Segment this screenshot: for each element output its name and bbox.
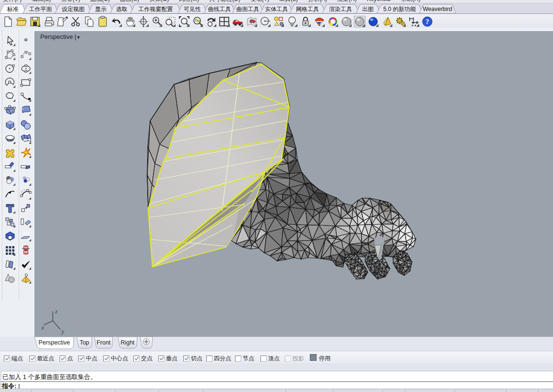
svg-text:5.0 的新功能: 5.0 的新功能 <box>383 6 416 12</box>
svg-text:Top: Top <box>80 339 89 346</box>
svg-text:显示: 显示 <box>95 6 106 12</box>
svg-text:Front: Front <box>96 339 111 346</box>
svg-text:y: y <box>60 328 64 335</box>
svg-text:渲染工具: 渲染工具 <box>329 6 352 12</box>
svg-text:可见性: 可见性 <box>184 6 201 12</box>
svg-text:?: ? <box>425 18 429 25</box>
svg-text:曲线工具: 曲线工具 <box>208 6 231 12</box>
svg-text:Weaverbird: Weaverbird <box>423 6 452 12</box>
svg-text:工作视窗配置: 工作视窗配置 <box>139 6 173 12</box>
svg-text:网格工具: 网格工具 <box>296 6 319 12</box>
svg-text:Right: Right <box>120 339 135 346</box>
svg-text:x: x <box>41 324 44 331</box>
svg-text:选取: 选取 <box>116 6 128 12</box>
svg-text:标准: 标准 <box>7 6 19 12</box>
svg-text:设定视图: 设定视图 <box>62 6 85 12</box>
svg-text:实体工具: 实体工具 <box>265 6 288 12</box>
svg-text:Perspective: Perspective <box>38 339 70 346</box>
svg-text:出图: 出图 <box>362 6 374 12</box>
svg-text:z: z <box>55 308 58 315</box>
svg-text:工作平面: 工作平面 <box>29 6 52 12</box>
svg-text:曲面工具: 曲面工具 <box>236 6 259 12</box>
